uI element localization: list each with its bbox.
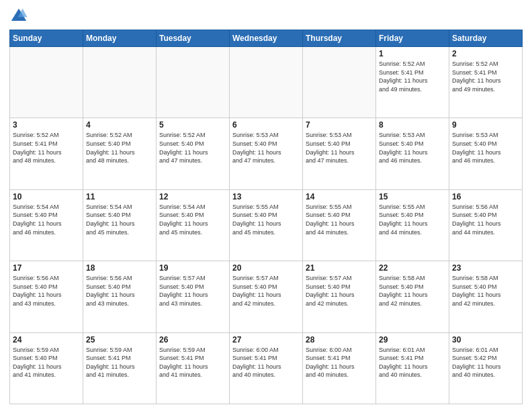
calendar-cell: 17Sunrise: 5:56 AM Sunset: 5:40 PM Dayli… (10, 261, 83, 332)
calendar-cell: 3Sunrise: 5:52 AM Sunset: 5:41 PM Daylig… (10, 118, 83, 189)
day-info: Sunrise: 5:52 AM Sunset: 5:41 PM Dayligh… (13, 131, 80, 165)
day-info: Sunrise: 5:55 AM Sunset: 5:40 PM Dayligh… (379, 203, 446, 236)
day-number: 17 (13, 263, 80, 273)
week-row-1: 1Sunrise: 5:52 AM Sunset: 5:41 PM Daylig… (10, 47, 523, 118)
calendar-cell: 2Sunrise: 5:52 AM Sunset: 5:41 PM Daylig… (449, 47, 523, 118)
day-number: 29 (379, 335, 446, 345)
day-number: 15 (379, 192, 446, 201)
day-number: 16 (452, 192, 519, 201)
day-info: Sunrise: 5:56 AM Sunset: 5:40 PM Dayligh… (86, 274, 153, 308)
day-number: 4 (86, 120, 153, 130)
calendar-cell: 5Sunrise: 5:52 AM Sunset: 5:40 PM Daylig… (157, 118, 230, 189)
day-number: 3 (13, 120, 80, 130)
page: SundayMondayTuesdayWednesdayThursdayFrid… (0, 0, 532, 411)
calendar-cell: 12Sunrise: 5:54 AM Sunset: 5:40 PM Dayli… (157, 189, 230, 261)
weekday-header-row: SundayMondayTuesdayWednesdayThursdayFrid… (10, 30, 523, 47)
day-info: Sunrise: 5:54 AM Sunset: 5:40 PM Dayligh… (86, 203, 153, 236)
day-number: 26 (159, 335, 226, 345)
day-info: Sunrise: 5:54 AM Sunset: 5:40 PM Dayligh… (13, 203, 80, 236)
day-number: 14 (306, 192, 373, 201)
day-number: 2 (452, 49, 519, 58)
calendar-cell: 18Sunrise: 5:56 AM Sunset: 5:40 PM Dayli… (83, 261, 157, 332)
day-info: Sunrise: 6:00 AM Sunset: 5:41 PM Dayligh… (306, 346, 373, 379)
day-number: 22 (379, 263, 446, 273)
calendar-cell: 30Sunrise: 6:01 AM Sunset: 5:42 PM Dayli… (449, 332, 523, 404)
weekday-header-tuesday: Tuesday (157, 30, 230, 47)
day-info: Sunrise: 5:57 AM Sunset: 5:40 PM Dayligh… (159, 274, 226, 308)
week-row-2: 3Sunrise: 5:52 AM Sunset: 5:41 PM Daylig… (10, 118, 523, 189)
day-number: 20 (232, 263, 300, 273)
calendar-cell: 13Sunrise: 5:55 AM Sunset: 5:40 PM Dayli… (230, 189, 303, 261)
day-info: Sunrise: 5:53 AM Sunset: 5:40 PM Dayligh… (452, 131, 519, 165)
weekday-header-sunday: Sunday (10, 30, 83, 47)
day-info: Sunrise: 5:59 AM Sunset: 5:41 PM Dayligh… (159, 346, 226, 379)
calendar-cell: 11Sunrise: 5:54 AM Sunset: 5:40 PM Dayli… (83, 189, 157, 261)
day-info: Sunrise: 5:58 AM Sunset: 5:40 PM Dayligh… (379, 274, 446, 308)
day-info: Sunrise: 6:01 AM Sunset: 5:42 PM Dayligh… (452, 346, 519, 379)
calendar-cell (230, 47, 303, 118)
week-row-3: 10Sunrise: 5:54 AM Sunset: 5:40 PM Dayli… (10, 189, 523, 261)
logo-icon (9, 7, 28, 26)
day-number: 25 (86, 335, 153, 345)
calendar-cell (303, 47, 376, 118)
day-info: Sunrise: 5:57 AM Sunset: 5:40 PM Dayligh… (306, 274, 373, 308)
day-number: 28 (306, 335, 373, 345)
calendar-cell (10, 47, 83, 118)
day-info: Sunrise: 5:57 AM Sunset: 5:40 PM Dayligh… (232, 274, 300, 308)
day-info: Sunrise: 5:59 AM Sunset: 5:40 PM Dayligh… (13, 346, 80, 379)
calendar-cell: 8Sunrise: 5:53 AM Sunset: 5:40 PM Daylig… (376, 118, 449, 189)
day-info: Sunrise: 5:52 AM Sunset: 5:40 PM Dayligh… (86, 131, 153, 165)
calendar-table: SundayMondayTuesdayWednesdayThursdayFrid… (9, 30, 523, 404)
header (9, 7, 523, 26)
day-number: 27 (232, 335, 300, 345)
day-info: Sunrise: 5:53 AM Sunset: 5:40 PM Dayligh… (232, 131, 300, 165)
week-row-5: 24Sunrise: 5:59 AM Sunset: 5:40 PM Dayli… (10, 332, 523, 404)
weekday-header-monday: Monday (83, 30, 157, 47)
day-number: 9 (452, 120, 519, 130)
logo (9, 7, 31, 26)
calendar-cell: 28Sunrise: 6:00 AM Sunset: 5:41 PM Dayli… (303, 332, 376, 404)
calendar-cell: 9Sunrise: 5:53 AM Sunset: 5:40 PM Daylig… (449, 118, 523, 189)
week-row-4: 17Sunrise: 5:56 AM Sunset: 5:40 PM Dayli… (10, 261, 523, 332)
day-number: 11 (86, 192, 153, 201)
calendar-cell: 22Sunrise: 5:58 AM Sunset: 5:40 PM Dayli… (376, 261, 449, 332)
day-info: Sunrise: 5:56 AM Sunset: 5:40 PM Dayligh… (13, 274, 80, 308)
calendar-cell: 26Sunrise: 5:59 AM Sunset: 5:41 PM Dayli… (157, 332, 230, 404)
weekday-header-thursday: Thursday (303, 30, 376, 47)
day-number: 6 (232, 120, 300, 130)
day-info: Sunrise: 5:55 AM Sunset: 5:40 PM Dayligh… (232, 203, 300, 236)
day-info: Sunrise: 5:55 AM Sunset: 5:40 PM Dayligh… (306, 203, 373, 236)
weekday-header-friday: Friday (376, 30, 449, 47)
calendar-cell: 19Sunrise: 5:57 AM Sunset: 5:40 PM Dayli… (157, 261, 230, 332)
day-info: Sunrise: 5:59 AM Sunset: 5:41 PM Dayligh… (86, 346, 153, 379)
day-number: 7 (306, 120, 373, 130)
day-info: Sunrise: 5:53 AM Sunset: 5:40 PM Dayligh… (306, 131, 373, 165)
day-number: 5 (159, 120, 226, 130)
day-info: Sunrise: 5:52 AM Sunset: 5:40 PM Dayligh… (159, 131, 226, 165)
day-number: 21 (306, 263, 373, 273)
calendar-cell: 23Sunrise: 5:58 AM Sunset: 5:40 PM Dayli… (449, 261, 523, 332)
calendar-cell: 25Sunrise: 5:59 AM Sunset: 5:41 PM Dayli… (83, 332, 157, 404)
day-info: Sunrise: 5:52 AM Sunset: 5:41 PM Dayligh… (452, 60, 519, 93)
calendar-cell: 14Sunrise: 5:55 AM Sunset: 5:40 PM Dayli… (303, 189, 376, 261)
weekday-header-saturday: Saturday (449, 30, 523, 47)
day-number: 30 (452, 335, 519, 345)
day-number: 10 (13, 192, 80, 201)
calendar-cell: 20Sunrise: 5:57 AM Sunset: 5:40 PM Dayli… (230, 261, 303, 332)
calendar-cell (157, 47, 230, 118)
day-info: Sunrise: 6:00 AM Sunset: 5:41 PM Dayligh… (232, 346, 300, 379)
calendar-cell: 6Sunrise: 5:53 AM Sunset: 5:40 PM Daylig… (230, 118, 303, 189)
day-number: 13 (232, 192, 300, 201)
calendar-cell: 16Sunrise: 5:56 AM Sunset: 5:40 PM Dayli… (449, 189, 523, 261)
day-info: Sunrise: 5:54 AM Sunset: 5:40 PM Dayligh… (159, 203, 226, 236)
day-info: Sunrise: 6:01 AM Sunset: 5:41 PM Dayligh… (379, 346, 446, 379)
calendar-cell: 7Sunrise: 5:53 AM Sunset: 5:40 PM Daylig… (303, 118, 376, 189)
calendar-cell: 29Sunrise: 6:01 AM Sunset: 5:41 PM Dayli… (376, 332, 449, 404)
calendar-cell: 4Sunrise: 5:52 AM Sunset: 5:40 PM Daylig… (83, 118, 157, 189)
calendar-cell: 15Sunrise: 5:55 AM Sunset: 5:40 PM Dayli… (376, 189, 449, 261)
day-info: Sunrise: 5:53 AM Sunset: 5:40 PM Dayligh… (379, 131, 446, 165)
day-number: 18 (86, 263, 153, 273)
day-number: 19 (159, 263, 226, 273)
calendar-cell: 24Sunrise: 5:59 AM Sunset: 5:40 PM Dayli… (10, 332, 83, 404)
day-number: 8 (379, 120, 446, 130)
